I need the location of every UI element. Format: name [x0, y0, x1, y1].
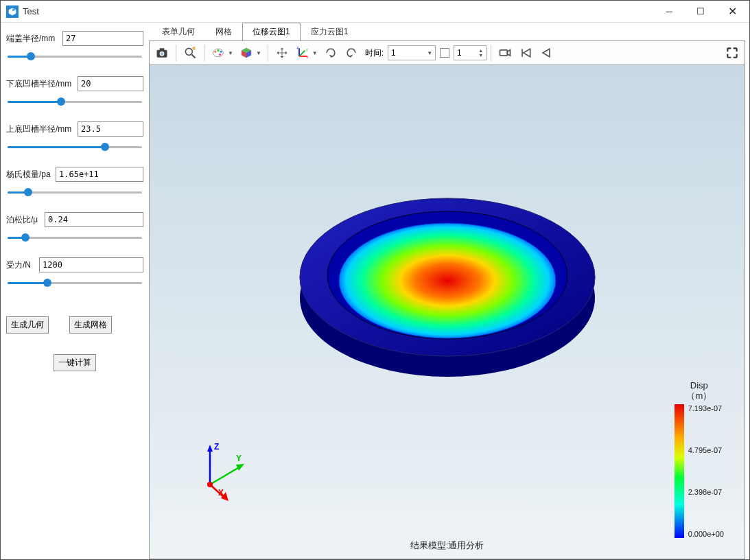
- app-icon: [6, 5, 19, 18]
- tabs: 表单几何 网格 位移云图1 应力云图1: [149, 23, 745, 40]
- bottom-groove-slider[interactable]: [6, 95, 143, 108]
- svg-point-24: [339, 223, 556, 338]
- top-groove-input[interactable]: [78, 121, 143, 137]
- result-model-label: 结果模型:通用分析: [410, 539, 484, 552]
- model-render: [290, 171, 605, 404]
- toolbar: ▼ ▼ zyx ▼ 时间: 1▼ 1▲▼: [149, 40, 745, 65]
- zoom-button[interactable]: [180, 43, 200, 62]
- force-slider[interactable]: [6, 277, 143, 289]
- legend-tick: 2.398e-07: [688, 488, 724, 496]
- tab-displacement-contour[interactable]: 位移云图1: [242, 23, 301, 40]
- tab-form-geometry[interactable]: 表单几何: [152, 23, 205, 40]
- svg-line-5: [192, 55, 196, 58]
- legend-tick: 7.193e-07: [688, 404, 724, 412]
- colormap-button[interactable]: [209, 43, 228, 62]
- poisson-input[interactable]: [45, 212, 143, 227]
- time-combo[interactable]: 1▼: [388, 45, 436, 60]
- screenshot-button[interactable]: [152, 43, 172, 62]
- cube-view-button[interactable]: [237, 43, 256, 62]
- rotate-ccw-button[interactable]: [321, 43, 340, 62]
- rotate-cw-button[interactable]: [342, 43, 361, 62]
- time-label: 时间:: [365, 47, 384, 59]
- svg-rect-1: [160, 48, 165, 50]
- svg-text:Z: Z: [214, 442, 219, 452]
- legend-tick: 0.000e+00: [688, 530, 724, 538]
- colorbar: [675, 404, 684, 538]
- svg-text:X: X: [218, 488, 224, 498]
- legend-unit: （m）: [686, 390, 712, 401]
- svg-point-9: [220, 51, 222, 53]
- svg-text:Y: Y: [236, 454, 242, 463]
- dropdown-icon[interactable]: ▼: [256, 50, 263, 56]
- tab-mesh[interactable]: 网格: [205, 23, 242, 40]
- svg-rect-19: [500, 50, 508, 56]
- generate-geometry-button[interactable]: 生成几何: [6, 316, 49, 334]
- svg-text:x: x: [307, 55, 309, 59]
- expand-button[interactable]: [723, 43, 742, 62]
- top-groove-slider[interactable]: [6, 141, 143, 153]
- frame-spinner[interactable]: 1▲▼: [454, 45, 487, 60]
- maximize-button[interactable]: ☐: [685, 1, 716, 22]
- svg-marker-30: [236, 464, 244, 471]
- param-label: 杨氏模量/pa: [6, 169, 55, 180]
- axis-triad-icon: Z Y X: [191, 442, 253, 504]
- axes-triad-button[interactable]: zyx: [293, 43, 312, 62]
- param-cap-radius: 端盖半径/mm: [6, 31, 143, 62]
- young-modulus-slider[interactable]: [6, 186, 143, 198]
- cap-radius-slider[interactable]: [6, 50, 143, 62]
- param-top-groove-radius: 上底凹槽半径/mm: [6, 121, 143, 153]
- window-controls: ─ ☐ ✕: [653, 1, 748, 22]
- minimize-button[interactable]: ─: [653, 1, 685, 22]
- one-click-compute-button[interactable]: 一键计算: [54, 354, 96, 371]
- param-young-modulus: 杨氏模量/pa: [6, 167, 143, 198]
- svg-point-4: [185, 48, 192, 55]
- young-modulus-input[interactable]: [56, 167, 143, 182]
- svg-point-33: [207, 482, 213, 487]
- pan-button[interactable]: [272, 43, 292, 62]
- camera-record-button[interactable]: [495, 43, 515, 62]
- close-button[interactable]: ✕: [716, 1, 748, 22]
- dropdown-icon[interactable]: ▼: [312, 50, 320, 56]
- svg-point-3: [161, 52, 163, 55]
- svg-point-10: [219, 54, 221, 56]
- titlebar: Test ─ ☐ ✕: [1, 1, 749, 23]
- dropdown-icon[interactable]: ▼: [228, 50, 235, 56]
- force-input[interactable]: [39, 257, 143, 272]
- svg-point-8: [217, 49, 219, 51]
- prev-frame-button[interactable]: [537, 43, 556, 62]
- param-bottom-groove-radius: 下底凹槽半径/mm: [6, 76, 143, 108]
- svg-text:y: y: [306, 47, 308, 51]
- svg-line-15: [299, 51, 305, 56]
- svg-line-29: [210, 467, 240, 485]
- param-poisson-ratio: 泊松比/μ: [6, 212, 143, 244]
- viewport-3d[interactable]: Z Y X Disp （m） 7.193e-07 4.795e: [149, 65, 745, 559]
- param-force: 受力/N: [6, 257, 143, 289]
- generate-mesh-button[interactable]: 生成网格: [69, 316, 112, 334]
- param-label: 端盖半径/mm: [6, 33, 59, 45]
- cap-radius-input[interactable]: [62, 31, 143, 46]
- param-label: 泊松比/μ: [6, 214, 42, 226]
- poisson-slider[interactable]: [6, 231, 143, 244]
- svg-marker-27: [207, 445, 213, 452]
- legend-tick: 4.795e-07: [688, 446, 724, 454]
- tab-stress-contour[interactable]: 应力云图1: [301, 23, 359, 40]
- svg-point-7: [214, 51, 216, 53]
- sidebar: 端盖半径/mm 下底凹槽半径/mm 上底凹槽半径/mm 杨氏模量/pa: [1, 23, 149, 559]
- window-title: Test: [23, 6, 39, 16]
- angle-indicator[interactable]: [440, 48, 449, 58]
- param-label: 上底凹槽半径/mm: [6, 124, 75, 135]
- first-frame-button[interactable]: [516, 43, 535, 62]
- param-label: 下底凹槽半径/mm: [6, 78, 75, 90]
- param-label: 受力/N: [6, 259, 35, 271]
- colorbar-legend: Disp （m） 7.193e-07 4.795e-07 2.398e-07 0…: [675, 380, 724, 538]
- legend-title: Disp: [690, 380, 708, 390]
- bottom-groove-input[interactable]: [78, 76, 143, 91]
